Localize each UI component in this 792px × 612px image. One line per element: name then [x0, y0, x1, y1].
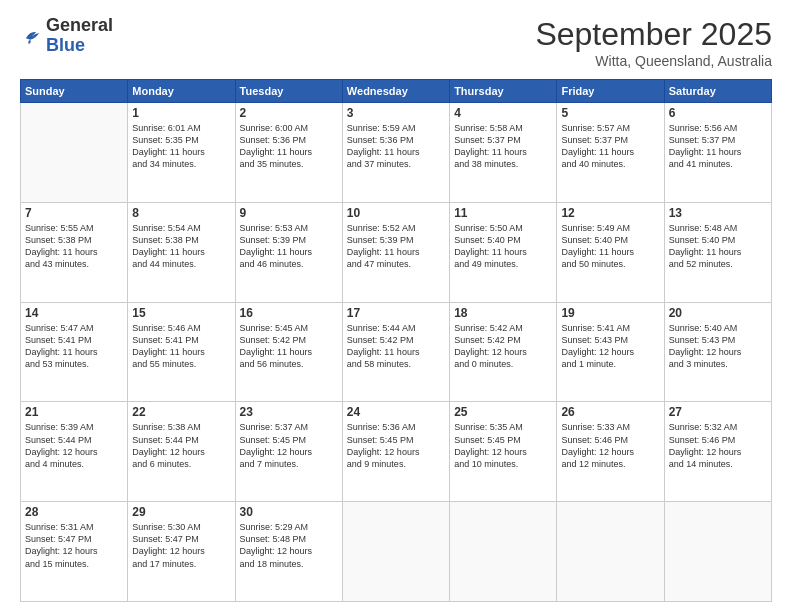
calendar-cell: 24Sunrise: 5:36 AM Sunset: 5:45 PM Dayli…	[342, 402, 449, 502]
calendar-week-row: 14Sunrise: 5:47 AM Sunset: 5:41 PM Dayli…	[21, 302, 772, 402]
logo-bird-icon	[20, 25, 42, 47]
calendar-cell: 12Sunrise: 5:49 AM Sunset: 5:40 PM Dayli…	[557, 202, 664, 302]
day-info: Sunrise: 5:30 AM Sunset: 5:47 PM Dayligh…	[132, 521, 230, 570]
day-info: Sunrise: 5:42 AM Sunset: 5:42 PM Dayligh…	[454, 322, 552, 371]
calendar-cell	[557, 502, 664, 602]
day-info: Sunrise: 5:54 AM Sunset: 5:38 PM Dayligh…	[132, 222, 230, 271]
calendar-cell: 16Sunrise: 5:45 AM Sunset: 5:42 PM Dayli…	[235, 302, 342, 402]
day-number: 21	[25, 405, 123, 419]
day-number: 3	[347, 106, 445, 120]
calendar-cell: 25Sunrise: 5:35 AM Sunset: 5:45 PM Dayli…	[450, 402, 557, 502]
calendar-cell: 3Sunrise: 5:59 AM Sunset: 5:36 PM Daylig…	[342, 103, 449, 203]
day-info: Sunrise: 5:45 AM Sunset: 5:42 PM Dayligh…	[240, 322, 338, 371]
col-header-thursday: Thursday	[450, 80, 557, 103]
col-header-sunday: Sunday	[21, 80, 128, 103]
calendar-cell	[450, 502, 557, 602]
calendar-cell: 23Sunrise: 5:37 AM Sunset: 5:45 PM Dayli…	[235, 402, 342, 502]
day-number: 11	[454, 206, 552, 220]
col-header-monday: Monday	[128, 80, 235, 103]
page: General Blue September 2025 Witta, Queen…	[0, 0, 792, 612]
day-number: 15	[132, 306, 230, 320]
col-header-friday: Friday	[557, 80, 664, 103]
day-number: 2	[240, 106, 338, 120]
day-number: 28	[25, 505, 123, 519]
calendar-week-row: 21Sunrise: 5:39 AM Sunset: 5:44 PM Dayli…	[21, 402, 772, 502]
day-info: Sunrise: 5:35 AM Sunset: 5:45 PM Dayligh…	[454, 421, 552, 470]
calendar-cell: 2Sunrise: 6:00 AM Sunset: 5:36 PM Daylig…	[235, 103, 342, 203]
calendar-cell: 13Sunrise: 5:48 AM Sunset: 5:40 PM Dayli…	[664, 202, 771, 302]
day-info: Sunrise: 5:40 AM Sunset: 5:43 PM Dayligh…	[669, 322, 767, 371]
title-block: September 2025 Witta, Queensland, Austra…	[535, 16, 772, 69]
day-number: 24	[347, 405, 445, 419]
calendar-cell	[21, 103, 128, 203]
calendar-cell: 18Sunrise: 5:42 AM Sunset: 5:42 PM Dayli…	[450, 302, 557, 402]
day-info: Sunrise: 6:00 AM Sunset: 5:36 PM Dayligh…	[240, 122, 338, 171]
calendar-cell	[342, 502, 449, 602]
day-info: Sunrise: 5:47 AM Sunset: 5:41 PM Dayligh…	[25, 322, 123, 371]
day-info: Sunrise: 6:01 AM Sunset: 5:35 PM Dayligh…	[132, 122, 230, 171]
day-number: 5	[561, 106, 659, 120]
calendar-cell: 30Sunrise: 5:29 AM Sunset: 5:48 PM Dayli…	[235, 502, 342, 602]
day-info: Sunrise: 5:59 AM Sunset: 5:36 PM Dayligh…	[347, 122, 445, 171]
day-info: Sunrise: 5:55 AM Sunset: 5:38 PM Dayligh…	[25, 222, 123, 271]
calendar-cell: 26Sunrise: 5:33 AM Sunset: 5:46 PM Dayli…	[557, 402, 664, 502]
calendar-cell: 21Sunrise: 5:39 AM Sunset: 5:44 PM Dayli…	[21, 402, 128, 502]
day-info: Sunrise: 5:48 AM Sunset: 5:40 PM Dayligh…	[669, 222, 767, 271]
day-number: 27	[669, 405, 767, 419]
header: General Blue September 2025 Witta, Queen…	[20, 16, 772, 69]
day-number: 8	[132, 206, 230, 220]
day-info: Sunrise: 5:29 AM Sunset: 5:48 PM Dayligh…	[240, 521, 338, 570]
day-info: Sunrise: 5:57 AM Sunset: 5:37 PM Dayligh…	[561, 122, 659, 171]
day-number: 18	[454, 306, 552, 320]
calendar-cell: 19Sunrise: 5:41 AM Sunset: 5:43 PM Dayli…	[557, 302, 664, 402]
day-info: Sunrise: 5:52 AM Sunset: 5:39 PM Dayligh…	[347, 222, 445, 271]
logo-text: General Blue	[46, 16, 113, 56]
day-number: 9	[240, 206, 338, 220]
day-info: Sunrise: 5:46 AM Sunset: 5:41 PM Dayligh…	[132, 322, 230, 371]
day-info: Sunrise: 5:31 AM Sunset: 5:47 PM Dayligh…	[25, 521, 123, 570]
calendar-table: SundayMondayTuesdayWednesdayThursdayFrid…	[20, 79, 772, 602]
day-number: 20	[669, 306, 767, 320]
day-info: Sunrise: 5:53 AM Sunset: 5:39 PM Dayligh…	[240, 222, 338, 271]
calendar-cell: 11Sunrise: 5:50 AM Sunset: 5:40 PM Dayli…	[450, 202, 557, 302]
day-number: 6	[669, 106, 767, 120]
day-number: 1	[132, 106, 230, 120]
day-number: 16	[240, 306, 338, 320]
day-number: 4	[454, 106, 552, 120]
calendar-cell: 17Sunrise: 5:44 AM Sunset: 5:42 PM Dayli…	[342, 302, 449, 402]
day-number: 7	[25, 206, 123, 220]
calendar-cell: 5Sunrise: 5:57 AM Sunset: 5:37 PM Daylig…	[557, 103, 664, 203]
logo: General Blue	[20, 16, 113, 56]
day-number: 14	[25, 306, 123, 320]
day-number: 22	[132, 405, 230, 419]
calendar-cell: 20Sunrise: 5:40 AM Sunset: 5:43 PM Dayli…	[664, 302, 771, 402]
calendar-cell: 29Sunrise: 5:30 AM Sunset: 5:47 PM Dayli…	[128, 502, 235, 602]
calendar-cell: 9Sunrise: 5:53 AM Sunset: 5:39 PM Daylig…	[235, 202, 342, 302]
day-info: Sunrise: 5:44 AM Sunset: 5:42 PM Dayligh…	[347, 322, 445, 371]
calendar-header-row: SundayMondayTuesdayWednesdayThursdayFrid…	[21, 80, 772, 103]
day-info: Sunrise: 5:37 AM Sunset: 5:45 PM Dayligh…	[240, 421, 338, 470]
calendar-cell	[664, 502, 771, 602]
day-number: 10	[347, 206, 445, 220]
calendar-cell: 28Sunrise: 5:31 AM Sunset: 5:47 PM Dayli…	[21, 502, 128, 602]
calendar-cell: 27Sunrise: 5:32 AM Sunset: 5:46 PM Dayli…	[664, 402, 771, 502]
day-number: 23	[240, 405, 338, 419]
day-number: 29	[132, 505, 230, 519]
day-number: 12	[561, 206, 659, 220]
col-header-wednesday: Wednesday	[342, 80, 449, 103]
col-header-tuesday: Tuesday	[235, 80, 342, 103]
calendar-cell: 15Sunrise: 5:46 AM Sunset: 5:41 PM Dayli…	[128, 302, 235, 402]
day-info: Sunrise: 5:32 AM Sunset: 5:46 PM Dayligh…	[669, 421, 767, 470]
location: Witta, Queensland, Australia	[535, 53, 772, 69]
logo-general: General	[46, 15, 113, 35]
calendar-cell: 4Sunrise: 5:58 AM Sunset: 5:37 PM Daylig…	[450, 103, 557, 203]
day-info: Sunrise: 5:36 AM Sunset: 5:45 PM Dayligh…	[347, 421, 445, 470]
col-header-saturday: Saturday	[664, 80, 771, 103]
day-number: 13	[669, 206, 767, 220]
day-number: 17	[347, 306, 445, 320]
calendar-cell: 1Sunrise: 6:01 AM Sunset: 5:35 PM Daylig…	[128, 103, 235, 203]
logo-blue: Blue	[46, 35, 85, 55]
day-number: 25	[454, 405, 552, 419]
calendar-cell: 22Sunrise: 5:38 AM Sunset: 5:44 PM Dayli…	[128, 402, 235, 502]
calendar-week-row: 1Sunrise: 6:01 AM Sunset: 5:35 PM Daylig…	[21, 103, 772, 203]
